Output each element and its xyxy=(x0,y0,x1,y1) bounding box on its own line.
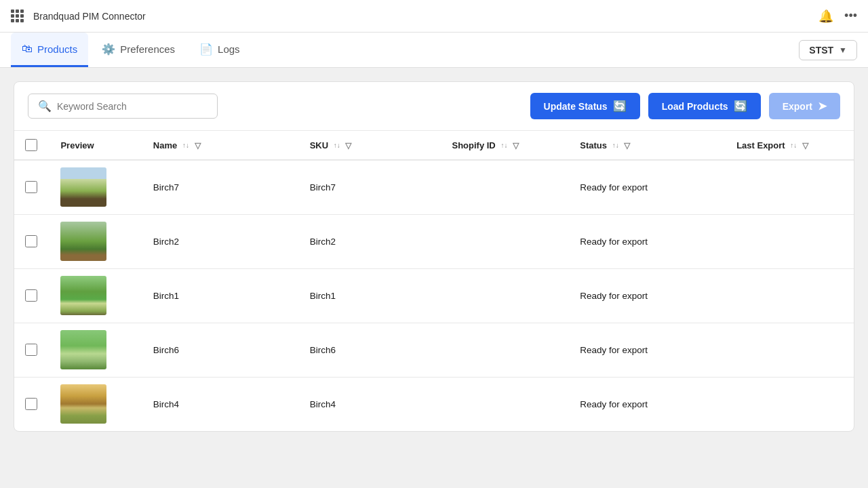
row-sku-cell: Birch1 xyxy=(299,268,441,323)
tab-products[interactable]: 🛍 Products xyxy=(11,33,88,67)
content-card: 🔍 Update Status 🔄 Load Products 🔄 Export… xyxy=(14,81,854,432)
product-sku: Birch7 xyxy=(310,182,336,192)
th-name-label: Name xyxy=(153,140,177,150)
last-export-filter-icon[interactable]: ▽ xyxy=(802,141,808,150)
th-last-export-label: Last Export xyxy=(736,140,785,150)
product-name: Birch2 xyxy=(153,237,179,247)
export-button[interactable]: Export ➤ xyxy=(769,93,840,119)
status-sort-icon[interactable]: ↑↓ xyxy=(612,142,619,149)
app-grid-icon[interactable] xyxy=(11,9,24,22)
search-input[interactable] xyxy=(57,101,208,112)
row-preview-cell xyxy=(50,214,142,268)
products-table: Preview Name ↑↓ ▽ SKU ↑↓ ▽ Shopify ID xyxy=(14,131,854,431)
name-filter-icon[interactable]: ▽ xyxy=(195,141,201,150)
th-shopify-id[interactable]: Shopify ID ↑↓ ▽ xyxy=(441,131,569,160)
update-status-label: Update Status xyxy=(544,101,608,112)
product-sku: Birch4 xyxy=(310,399,336,409)
toolbar: 🔍 Update Status 🔄 Load Products 🔄 Export… xyxy=(14,82,854,131)
sync-icon: 🔄 xyxy=(734,100,747,113)
table-row: Birch2 Birch2 Ready for export xyxy=(14,214,854,268)
row-last-export-cell xyxy=(726,377,854,431)
row-sku-cell: Birch6 xyxy=(299,323,441,377)
shopify-sort-icon[interactable]: ↑↓ xyxy=(500,142,507,149)
th-select-all[interactable] xyxy=(14,131,50,160)
products-tab-icon: 🛍 xyxy=(22,43,33,55)
sku-filter-icon[interactable]: ▽ xyxy=(345,141,351,150)
product-status: Ready for export xyxy=(580,237,648,247)
name-sort-icon[interactable]: ↑↓ xyxy=(182,142,189,149)
th-name[interactable]: Name ↑↓ ▽ xyxy=(142,131,299,160)
tab-bar: 🛍 Products ⚙️ Preferences 📄 Logs STST ▼ xyxy=(0,33,868,68)
status-filter-icon[interactable]: ▽ xyxy=(624,141,630,150)
product-sku: Birch6 xyxy=(310,345,336,355)
product-status: Ready for export xyxy=(580,291,648,301)
product-name: Birch4 xyxy=(153,399,179,409)
sku-sort-icon[interactable]: ↑↓ xyxy=(334,142,340,149)
row-shopify-cell xyxy=(441,214,569,268)
row-name-cell: Birch2 xyxy=(142,214,299,268)
update-status-button[interactable]: Update Status 🔄 xyxy=(530,93,640,119)
product-image xyxy=(60,384,106,424)
row-checkbox-cell[interactable] xyxy=(14,214,50,268)
store-selector[interactable]: STST ▼ xyxy=(799,40,857,60)
row-checkbox-cell[interactable] xyxy=(14,377,50,431)
row-status-cell: Ready for export xyxy=(569,323,726,377)
th-status[interactable]: Status ↑↓ ▽ xyxy=(569,131,726,160)
row-checkbox-cell[interactable] xyxy=(14,160,50,214)
refresh-icon: 🔄 xyxy=(613,100,627,113)
product-name: Birch1 xyxy=(153,291,179,301)
search-box[interactable]: 🔍 xyxy=(28,94,218,119)
row-sku-cell: Birch2 xyxy=(299,214,441,268)
table-row: Birch4 Birch4 Ready for export xyxy=(14,377,854,431)
tab-logs-label: Logs xyxy=(218,43,240,55)
product-status: Ready for export xyxy=(580,345,648,355)
product-image xyxy=(60,222,106,261)
select-all-checkbox[interactable] xyxy=(25,139,37,151)
last-export-sort-icon[interactable]: ↑↓ xyxy=(790,142,797,149)
row-checkbox-1[interactable] xyxy=(25,235,37,247)
notification-icon[interactable]: 🔔 xyxy=(818,9,833,24)
row-status-cell: Ready for export xyxy=(569,214,726,268)
th-sku[interactable]: SKU ↑↓ ▽ xyxy=(299,131,441,160)
send-icon: ➤ xyxy=(818,100,827,113)
product-image xyxy=(60,167,106,207)
row-checkbox-0[interactable] xyxy=(25,181,37,193)
product-status: Ready for export xyxy=(580,182,648,192)
row-status-cell: Ready for export xyxy=(569,268,726,323)
product-sku: Birch2 xyxy=(310,237,336,247)
row-shopify-cell xyxy=(441,323,569,377)
row-shopify-cell xyxy=(441,268,569,323)
th-preview: Preview xyxy=(50,131,142,160)
export-label: Export xyxy=(783,101,812,112)
row-shopify-cell xyxy=(441,377,569,431)
row-checkbox-3[interactable] xyxy=(25,344,37,356)
row-last-export-cell xyxy=(726,323,854,377)
store-selector-value: STST xyxy=(809,45,833,56)
row-last-export-cell xyxy=(726,214,854,268)
row-checkbox-2[interactable] xyxy=(25,289,37,302)
row-checkbox-4[interactable] xyxy=(25,398,37,410)
product-status: Ready for export xyxy=(580,399,648,409)
top-bar: Brandquad PIM Connector 🔔 ••• xyxy=(0,0,868,33)
row-preview-cell xyxy=(50,377,142,431)
row-name-cell: Birch1 xyxy=(142,268,299,323)
tab-preferences[interactable]: ⚙️ Preferences xyxy=(91,33,186,67)
chevron-down-icon: ▼ xyxy=(839,45,847,55)
row-checkbox-cell[interactable] xyxy=(14,323,50,377)
load-products-button[interactable]: Load Products 🔄 xyxy=(648,93,761,119)
row-preview-cell xyxy=(50,160,142,214)
top-bar-icons: 🔔 ••• xyxy=(818,9,857,24)
table-header-row: Preview Name ↑↓ ▽ SKU ↑↓ ▽ Shopify ID xyxy=(14,131,854,160)
app-title: Brandquad PIM Connector xyxy=(33,11,812,22)
shopify-filter-icon[interactable]: ▽ xyxy=(513,141,519,150)
row-preview-cell xyxy=(50,323,142,377)
product-image xyxy=(60,330,106,369)
row-checkbox-cell[interactable] xyxy=(14,268,50,323)
th-last-export[interactable]: Last Export ↑↓ ▽ xyxy=(726,131,854,160)
tab-logs[interactable]: 📄 Logs xyxy=(189,33,251,67)
tab-products-label: Products xyxy=(37,43,77,55)
table-row: Birch1 Birch1 Ready for export xyxy=(14,268,854,323)
more-options-icon[interactable]: ••• xyxy=(844,9,857,23)
product-image xyxy=(60,276,106,315)
row-last-export-cell xyxy=(726,268,854,323)
